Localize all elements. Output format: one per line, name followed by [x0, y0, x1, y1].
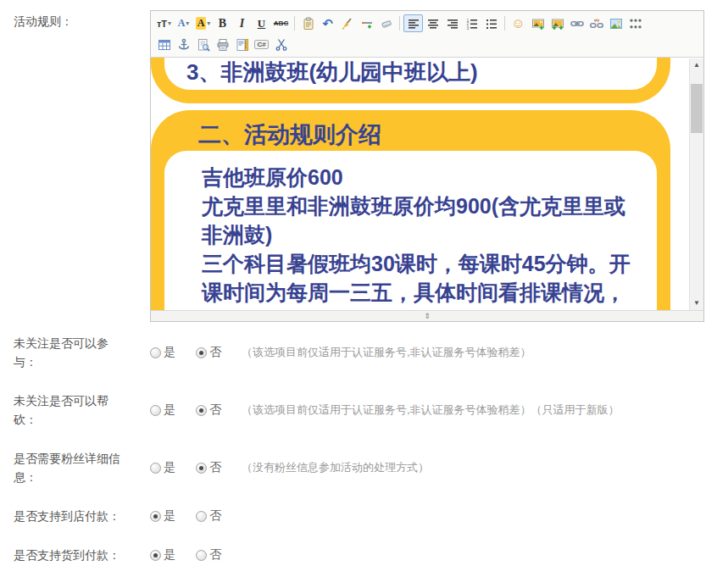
picture-icon[interactable] — [606, 14, 625, 32]
table-icon[interactable] — [154, 36, 174, 53]
radio-no[interactable] — [196, 511, 207, 522]
insert-multi-image-icon[interactable] — [548, 14, 567, 32]
svg-text:3: 3 — [466, 25, 469, 30]
format-brush-icon[interactable] — [337, 14, 357, 32]
link-icon[interactable] — [567, 14, 586, 32]
code-icon[interactable]: C# — [252, 36, 271, 53]
editor-toolbar: тT A A B I U ABC ↶ — [151, 11, 703, 57]
line-height-icon[interactable] — [625, 14, 645, 32]
toolbar-row-1: тT A A B I U ABC ↶ — [154, 13, 700, 34]
question-row-can-join: 未关注是否可以参与： 是 否 （该选项目前仅适用于认证服务号,非认证服务号体验稍… — [0, 334, 706, 371]
align-center-icon[interactable] — [423, 14, 442, 32]
template-icon[interactable] — [232, 36, 252, 53]
editor-resize-handle[interactable]: ⇕ — [151, 310, 703, 321]
radio-yes[interactable] — [150, 511, 161, 522]
question-label: 是否支持货到付款： — [0, 546, 127, 564]
rich-text-editor: тT A A B I U ABC ↶ — [150, 10, 704, 322]
poster-body-line: 吉他班原价600 — [202, 163, 635, 191]
poster-body: 吉他班原价600 尤克里里和非洲鼓班原价均900(含尤克里里或非洲鼓) 三个科目… — [164, 151, 657, 310]
question-hint: （没有粉丝信息参加活动的处理方式） — [242, 460, 429, 475]
radio-no-label: 否 — [209, 460, 221, 475]
question-label: 未关注是否可以参与： — [0, 334, 127, 371]
unlink-icon[interactable] — [586, 14, 606, 32]
radio-yes-label: 是 — [164, 547, 175, 563]
toolbar-separator — [294, 16, 295, 31]
activity-edit-form: 活动规则： тT A A B I U ABC ↶ — [0, 0, 706, 588]
underline-icon[interactable]: U — [252, 14, 271, 32]
radio-no[interactable] — [196, 550, 207, 561]
question-row-fan-details: 是否需要粉丝详细信息： 是 否 （没有粉丝信息参加活动的处理方式） — [0, 449, 706, 486]
question-label: 仅限会员参加： — [0, 585, 127, 588]
question-row-pay-in-store: 是否支持到店付款： 是 否 — [0, 507, 706, 525]
resize-grip-icon: ⇕ — [424, 313, 431, 320]
radio-yes-label: 是 — [164, 508, 175, 524]
bold-icon[interactable]: B — [213, 14, 232, 32]
radio-no-label: 否 — [209, 547, 221, 563]
strikethrough-icon[interactable]: ABC — [271, 14, 291, 32]
poster-card-rules: 二、活动规则介绍 吉他班原价600 尤克里里和非洲鼓班原价均900(含尤克里里或… — [151, 110, 670, 310]
align-left-icon[interactable] — [403, 14, 423, 32]
radio-no[interactable] — [196, 347, 207, 358]
question-row-can-bargain: 未关注是否可以帮砍： 是 否 （该选项目前仅适用于认证服务号,非认证服务号体验稍… — [0, 391, 706, 429]
insert-hr-icon[interactable] — [357, 14, 376, 32]
question-list: 未关注是否可以参与： 是 否 （该选项目前仅适用于认证服务号,非认证服务号体验稍… — [0, 334, 706, 588]
cut-icon[interactable] — [271, 36, 291, 53]
unordered-list-icon[interactable] — [481, 14, 501, 32]
background-color-icon[interactable]: A — [193, 14, 213, 32]
toolbar-row-2: C# — [154, 34, 700, 55]
print-icon[interactable] — [213, 36, 232, 53]
scroll-up-icon[interactable]: ▲ — [690, 58, 703, 72]
emoticon-icon[interactable]: ☺ — [509, 14, 528, 32]
question-label: 未关注是否可以帮砍： — [0, 391, 127, 429]
undo-icon[interactable]: ↶ — [318, 14, 337, 32]
radio-yes[interactable] — [150, 463, 161, 474]
toolbar-separator — [399, 16, 400, 31]
align-right-icon[interactable] — [442, 14, 462, 32]
question-row-members-only: 仅限会员参加： 是 否 — [0, 585, 706, 588]
poster-partial-text: 3、非洲鼓班(幼儿园中班以上) — [164, 58, 657, 86]
question-label: 是否支持到店付款： — [0, 507, 127, 525]
editor-content-area[interactable]: 3、非洲鼓班(幼儿园中班以上) 二、活动规则介绍 吉他班原价600 尤克里里和非… — [151, 57, 703, 310]
scrollbar-thumb[interactable] — [691, 84, 703, 133]
editor-scrollbar[interactable]: ▲ ▼ — [689, 58, 703, 310]
poster-body-line: 尤克里里和非洲鼓班原价均900(含尤克里里或非洲鼓) — [202, 191, 635, 249]
rules-editor-row: 活动规则： тT A A B I U ABC ↶ — [0, 10, 706, 322]
anchor-icon[interactable] — [174, 36, 193, 53]
radio-no[interactable] — [196, 463, 207, 474]
font-color-icon[interactable]: A — [174, 14, 193, 32]
eraser-icon[interactable] — [376, 14, 396, 32]
radio-yes[interactable] — [150, 347, 161, 358]
radio-yes[interactable] — [150, 550, 161, 561]
question-hint: （该选项目前仅适用于认证服务号,非认证服务号体验稍差） — [242, 345, 531, 360]
question-row-pay-on-delivery: 是否支持货到付款： 是 否 — [0, 546, 706, 564]
radio-yes[interactable] — [150, 405, 161, 416]
question-hint: （该选项目前仅适用于认证服务号,非认证服务号体验稍差）（只适用于新版） — [242, 402, 620, 418]
preview-icon[interactable] — [193, 36, 213, 53]
italic-icon[interactable]: I — [232, 14, 252, 32]
radio-no-label: 否 — [209, 402, 221, 418]
radio-yes-label: 是 — [164, 402, 175, 418]
poster-section-title: 二、活动规则介绍 — [151, 110, 670, 151]
poster-card-partial: 3、非洲鼓班(幼儿园中班以上) — [151, 58, 670, 103]
radio-no[interactable] — [196, 405, 207, 416]
question-label: 是否需要粉丝详细信息： — [0, 449, 127, 486]
scroll-down-icon[interactable]: ▼ — [690, 297, 703, 310]
rules-label: 活动规则： — [0, 10, 127, 322]
poster-image: 3、非洲鼓班(幼儿园中班以上) 二、活动规则介绍 吉他班原价600 尤克里里和非… — [151, 58, 689, 310]
radio-yes-label: 是 — [164, 460, 175, 475]
font-size-icon[interactable]: тT — [154, 14, 174, 32]
insert-image-icon[interactable] — [528, 14, 548, 32]
paste-icon[interactable] — [298, 14, 318, 32]
ordered-list-icon[interactable]: 123 — [462, 14, 481, 32]
radio-no-label: 否 — [209, 508, 221, 524]
poster-body-line: 三个科目暑假班均30课时，每课时45分钟。开课时间为每周一三五，具体时间看排课情… — [202, 249, 635, 310]
radio-yes-label: 是 — [164, 345, 175, 360]
toolbar-separator — [504, 16, 505, 31]
radio-no-label: 否 — [209, 345, 221, 360]
